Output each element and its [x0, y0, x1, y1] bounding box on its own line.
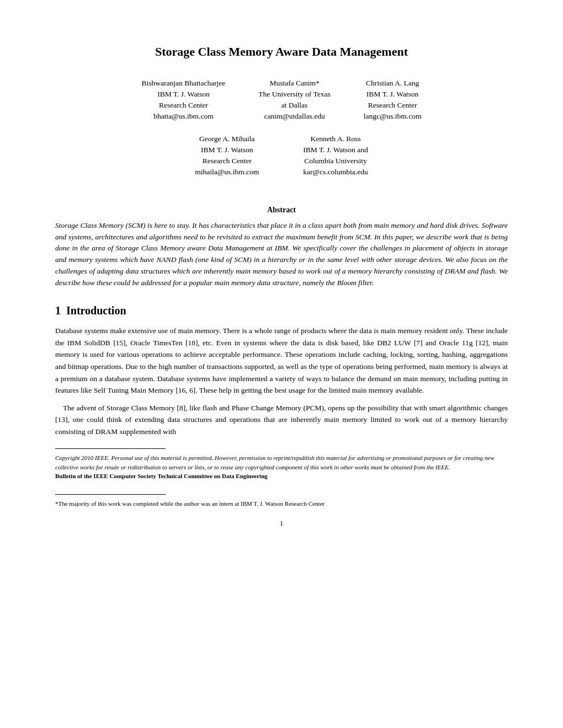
- author-email-1: bhatta@us.ibm.com: [142, 111, 226, 122]
- author-block-4: George A. Mihaila IBM T. J. Watson Resea…: [195, 133, 259, 178]
- author-name-3: Christian A. Lang: [364, 78, 422, 89]
- author-affil1-3: IBM T. J. Watson: [364, 89, 422, 100]
- author-affil2-2: at Dallas: [258, 100, 330, 111]
- page-number: 1: [55, 519, 508, 528]
- bottom-footnote-block: *The majority of this work was completed…: [55, 499, 508, 508]
- author-block-1: Bishwaranjan Bhattacharjee IBM T. J. Wat…: [142, 78, 226, 122]
- author-block-2: Mustafa Canim* The University of Texas a…: [258, 78, 330, 122]
- bottom-footnote-divider: [55, 494, 166, 495]
- author-affil2-4: Research Center: [195, 156, 259, 167]
- authors-row-2: George A. Mihaila IBM T. J. Watson Resea…: [55, 133, 508, 178]
- bulletin-text: Bulletin of the IEEE Computer Society Te…: [55, 472, 508, 481]
- author-email-2: canim@utdallas.edu: [258, 111, 330, 122]
- paper-title: Storage Class Memory Aware Data Manageme…: [55, 44, 508, 60]
- intro-paragraph-2: The advent of Storage Class Memory [8], …: [55, 402, 508, 438]
- page: Storage Class Memory Aware Data Manageme…: [0, 0, 563, 728]
- bottom-footnote-text: *The majority of this work was completed…: [55, 499, 508, 508]
- author-affil1-4: IBM T. J. Watson: [195, 144, 259, 156]
- author-name-1: Bishwaranjan Bhattacharjee: [142, 78, 226, 89]
- author-name-4: George A. Mihaila: [195, 133, 259, 144]
- author-block-5: Kenneth A. Ross IBM T. J. Watson and Col…: [303, 133, 368, 178]
- authors-row-1: Bishwaranjan Bhattacharjee IBM T. J. Wat…: [55, 78, 508, 122]
- section-introduction: 1 Introduction Database systems make ext…: [55, 304, 508, 437]
- author-name-5: Kenneth A. Ross: [303, 133, 368, 144]
- abstract-text: Storage Class Memory (SCM) is here to st…: [55, 220, 508, 290]
- abstract-title: Abstract: [55, 206, 508, 215]
- author-affil2-5: Columbia University: [303, 156, 368, 167]
- author-affil1-2: The University of Texas: [258, 89, 330, 100]
- footnote-divider: [55, 448, 166, 449]
- authors-section: Bishwaranjan Bhattacharjee IBM T. J. Wat…: [55, 78, 508, 189]
- author-affil1-5: IBM T. J. Watson and: [303, 144, 368, 156]
- author-email-3: langc@us.ibm.com: [364, 111, 422, 122]
- copyright-text: Copyright 2010 IEEE. Personal use of thi…: [55, 453, 508, 472]
- author-name-2: Mustafa Canim*: [258, 78, 330, 89]
- section-1-title: 1 Introduction: [55, 304, 508, 317]
- author-email-5: kar@cs.columbia.edu: [303, 167, 368, 178]
- abstract-section: Abstract Storage Class Memory (SCM) is h…: [55, 206, 508, 290]
- author-block-3: Christian A. Lang IBM T. J. Watson Resea…: [364, 78, 422, 122]
- intro-paragraph-1: Database systems make extensive use of m…: [55, 325, 508, 397]
- author-affil2-1: Research Center: [142, 100, 226, 111]
- author-affil2-3: Research Center: [364, 100, 422, 111]
- footnote-block: Copyright 2010 IEEE. Personal use of thi…: [55, 453, 508, 481]
- author-affil1-1: IBM T. J. Watson: [142, 89, 226, 100]
- author-email-4: mihaila@us.ibm.com: [195, 167, 259, 178]
